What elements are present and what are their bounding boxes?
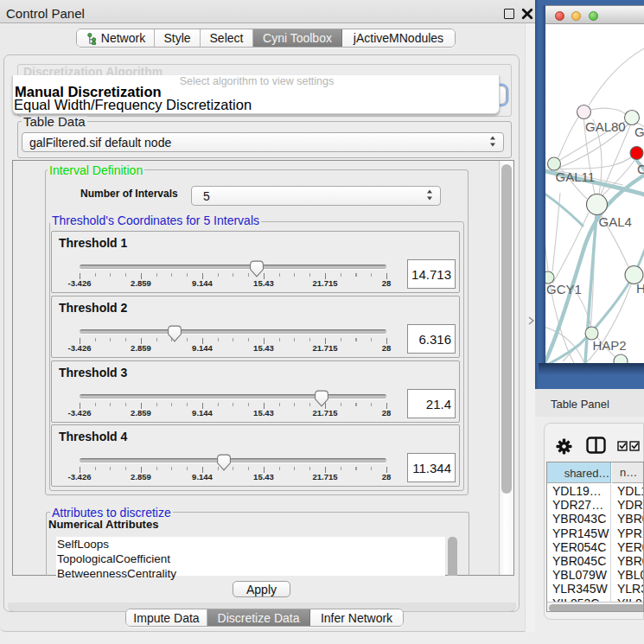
svg-text:GAL4: GAL4 xyxy=(599,214,632,229)
svg-text:HA: HA xyxy=(636,281,644,296)
svg-text:GCY1: GCY1 xyxy=(546,282,582,296)
svg-text:HAP2: HAP2 xyxy=(593,338,627,353)
svg-text:GA: GA xyxy=(634,124,644,139)
svg-text:GAL11: GAL11 xyxy=(556,169,596,184)
svg-text:GAL80: GAL80 xyxy=(585,119,626,134)
svg-text:CD: CD xyxy=(637,162,644,176)
